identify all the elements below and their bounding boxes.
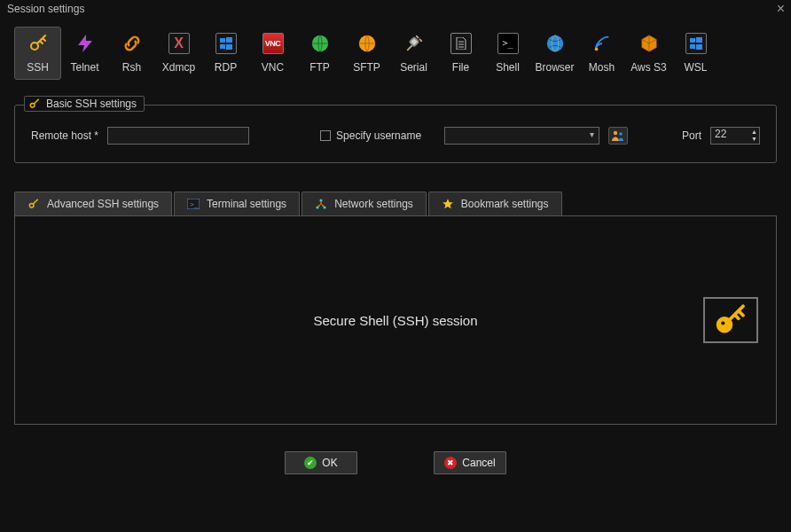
- protocol-label: Serial: [400, 61, 427, 74]
- protocol-label: Rsh: [122, 61, 141, 74]
- cancel-button[interactable]: ✖ Cancel: [434, 451, 506, 474]
- svg-rect-12: [690, 38, 695, 43]
- svg-point-18: [619, 132, 623, 136]
- protocol-toolbar: SSH Telnet Rsh X Xdmcp RDP VNC VNC: [0, 18, 791, 83]
- vnc-icon: VNC: [262, 33, 284, 54]
- bolt-icon: [74, 33, 96, 54]
- spinner-arrows-icon: ▲▼: [751, 128, 757, 144]
- x-small-icon: ✖: [444, 457, 457, 469]
- protocol-label: SFTP: [353, 61, 380, 74]
- ok-label: OK: [322, 457, 337, 469]
- tab-panel: Secure Shell (SSH) session: [14, 215, 777, 425]
- protocol-rdp[interactable]: RDP: [202, 27, 249, 80]
- svg-point-27: [721, 321, 724, 325]
- svg-marker-25: [442, 199, 453, 208]
- svg-rect-14: [690, 44, 695, 49]
- protocol-awss3[interactable]: Aws S3: [625, 27, 672, 80]
- svg-rect-4: [220, 44, 225, 49]
- svg-marker-1: [78, 35, 92, 52]
- terminal-icon: >_: [497, 33, 519, 54]
- manage-users-button[interactable]: [608, 127, 628, 145]
- svg-point-16: [30, 103, 35, 107]
- protocol-xdmcp[interactable]: X Xdmcp: [155, 27, 202, 80]
- port-label: Port: [682, 129, 701, 142]
- link-icon: [121, 33, 143, 54]
- tab-advanced-ssh[interactable]: Advanced SSH settings: [14, 192, 172, 215]
- windows-icon: [215, 33, 237, 54]
- plug-icon: [403, 33, 425, 54]
- protocol-label: FTP: [309, 61, 330, 74]
- tab-network[interactable]: Network settings: [302, 192, 427, 215]
- terminal-small-icon: >_: [187, 199, 200, 209]
- session-description: Secure Shell (SSH) session: [15, 313, 776, 328]
- cube-icon: [638, 33, 660, 54]
- windows-alt-icon: [685, 33, 707, 54]
- key-small-icon: [28, 98, 41, 110]
- users-icon: [612, 130, 624, 141]
- protocol-label: RDP: [215, 61, 237, 74]
- svg-rect-15: [696, 44, 702, 50]
- protocol-serial[interactable]: Serial: [390, 27, 437, 80]
- protocol-label: Aws S3: [630, 61, 666, 74]
- basic-ssh-legend: Basic SSH settings: [24, 96, 145, 112]
- protocol-label: Mosh: [589, 61, 615, 74]
- protocol-file[interactable]: File: [437, 27, 484, 80]
- tab-bookmark[interactable]: Bookmark settings: [428, 192, 562, 215]
- star-icon: [442, 198, 454, 210]
- specify-username-checkbox[interactable]: Specify username: [320, 129, 421, 142]
- tab-label: Advanced SSH settings: [47, 198, 159, 210]
- protocol-label: Xdmcp: [162, 61, 195, 74]
- protocol-label: File: [452, 61, 469, 74]
- svg-point-22: [320, 199, 323, 201]
- protocol-vnc[interactable]: VNC VNC: [249, 27, 296, 80]
- key-icon: [27, 33, 49, 54]
- settings-tabs: Advanced SSH settings >_ Terminal settin…: [14, 192, 777, 215]
- port-input[interactable]: 22 ▲▼: [710, 127, 760, 145]
- svg-rect-8: [409, 37, 418, 46]
- protocol-label: SSH: [27, 61, 49, 74]
- globe-orange-icon: [356, 33, 378, 54]
- session-icon-box: [703, 297, 758, 343]
- basic-ssh-legend-text: Basic SSH settings: [46, 98, 137, 110]
- protocol-wsl[interactable]: WSL: [672, 27, 719, 80]
- svg-point-9: [546, 35, 562, 51]
- svg-rect-2: [220, 38, 225, 43]
- tab-label: Bookmark settings: [461, 198, 549, 210]
- protocol-shell[interactable]: >_ Shell: [484, 27, 531, 80]
- protocol-browser[interactable]: Browser: [531, 27, 578, 80]
- protocol-sftp[interactable]: SFTP: [343, 27, 390, 80]
- protocol-mosh[interactable]: Mosh: [578, 27, 625, 80]
- checkbox-icon: [320, 130, 331, 141]
- remote-host-input[interactable]: [107, 127, 249, 145]
- protocol-telnet[interactable]: Telnet: [61, 27, 108, 80]
- dialog-buttons: ✔ OK ✖ Cancel: [0, 451, 791, 474]
- globe-green-icon: [309, 33, 331, 54]
- ok-button[interactable]: ✔ OK: [285, 451, 357, 474]
- svg-text:>_: >_: [190, 200, 199, 208]
- protocol-label: Telnet: [70, 61, 98, 74]
- window-title: Session settings: [7, 3, 84, 15]
- protocol-ssh[interactable]: SSH: [14, 27, 61, 80]
- tab-label: Terminal settings: [207, 198, 286, 210]
- cancel-label: Cancel: [462, 457, 495, 469]
- document-icon: [450, 33, 472, 54]
- tab-terminal[interactable]: >_ Terminal settings: [174, 192, 300, 215]
- close-icon[interactable]: ×: [773, 3, 788, 15]
- check-icon: ✔: [304, 457, 317, 469]
- protocol-label: Browser: [535, 61, 574, 74]
- svg-point-11: [594, 48, 598, 51]
- protocol-label: Shell: [496, 61, 520, 74]
- protocol-rsh[interactable]: Rsh: [108, 27, 155, 80]
- x-icon: X: [168, 33, 190, 54]
- key-large-icon: [712, 301, 749, 339]
- svg-point-19: [29, 203, 34, 207]
- network-icon: [315, 198, 327, 210]
- satellite-icon: [591, 33, 613, 54]
- protocol-ftp[interactable]: FTP: [296, 27, 343, 80]
- protocol-label: WSL: [684, 61, 707, 74]
- svg-point-17: [614, 131, 617, 135]
- tab-label: Network settings: [334, 198, 413, 210]
- protocol-label: VNC: [262, 61, 284, 74]
- svg-rect-13: [696, 37, 702, 43]
- username-combo[interactable]: [444, 127, 599, 145]
